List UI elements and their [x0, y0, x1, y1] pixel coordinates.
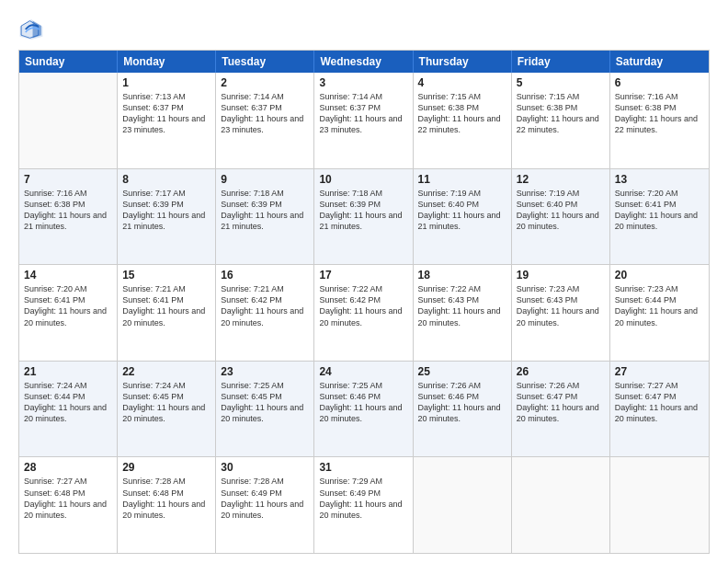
header-day-wednesday: Wednesday	[314, 51, 413, 73]
calendar-cell: 20Sunrise: 7:23 AM Sunset: 6:44 PM Dayli…	[610, 265, 709, 361]
calendar-cell	[414, 457, 512, 553]
cell-info: Sunrise: 7:19 AM Sunset: 6:40 PM Dayligh…	[418, 188, 506, 233]
header-day-thursday: Thursday	[414, 51, 512, 73]
calendar-cell: 27Sunrise: 7:27 AM Sunset: 6:47 PM Dayli…	[610, 362, 709, 457]
day-number: 12	[517, 173, 605, 186]
cell-info: Sunrise: 7:24 AM Sunset: 6:44 PM Dayligh…	[24, 380, 112, 425]
day-number: 26	[517, 365, 605, 378]
header-day-saturday: Saturday	[610, 51, 709, 73]
day-number: 10	[319, 173, 407, 186]
calendar-cell: 16Sunrise: 7:21 AM Sunset: 6:42 PM Dayli…	[216, 265, 314, 361]
header-day-friday: Friday	[512, 51, 610, 73]
cell-info: Sunrise: 7:26 AM Sunset: 6:47 PM Dayligh…	[517, 380, 605, 425]
calendar-cell: 4Sunrise: 7:15 AM Sunset: 6:38 PM Daylig…	[414, 73, 512, 168]
calendar-cell: 7Sunrise: 7:16 AM Sunset: 6:38 PM Daylig…	[19, 169, 118, 265]
calendar-cell: 18Sunrise: 7:22 AM Sunset: 6:43 PM Dayli…	[414, 265, 512, 361]
cell-info: Sunrise: 7:20 AM Sunset: 6:41 PM Dayligh…	[615, 188, 704, 233]
calendar-cell: 25Sunrise: 7:26 AM Sunset: 6:46 PM Dayli…	[414, 362, 512, 457]
calendar: SundayMondayTuesdayWednesdayThursdayFrid…	[18, 50, 710, 554]
day-number: 1	[122, 76, 210, 89]
calendar-cell: 10Sunrise: 7:18 AM Sunset: 6:39 PM Dayli…	[314, 169, 413, 265]
day-number: 13	[615, 173, 704, 186]
day-number: 23	[221, 365, 309, 378]
calendar-cell: 19Sunrise: 7:23 AM Sunset: 6:43 PM Dayli…	[512, 265, 610, 361]
day-number: 21	[24, 365, 112, 378]
calendar-cell: 9Sunrise: 7:18 AM Sunset: 6:39 PM Daylig…	[216, 169, 314, 265]
calendar-header: SundayMondayTuesdayWednesdayThursdayFrid…	[19, 51, 709, 73]
calendar-cell: 12Sunrise: 7:19 AM Sunset: 6:40 PM Dayli…	[512, 169, 610, 265]
day-number: 16	[221, 269, 309, 282]
day-number: 6	[615, 76, 704, 89]
cell-info: Sunrise: 7:23 AM Sunset: 6:44 PM Dayligh…	[615, 283, 704, 328]
header	[18, 17, 710, 42]
calendar-row-3: 14Sunrise: 7:20 AM Sunset: 6:41 PM Dayli…	[19, 264, 709, 361]
calendar-row-5: 28Sunrise: 7:27 AM Sunset: 6:48 PM Dayli…	[19, 456, 709, 553]
cell-info: Sunrise: 7:27 AM Sunset: 6:48 PM Dayligh…	[24, 476, 112, 521]
cell-info: Sunrise: 7:21 AM Sunset: 6:42 PM Dayligh…	[221, 283, 309, 328]
calendar-cell: 11Sunrise: 7:19 AM Sunset: 6:40 PM Dayli…	[414, 169, 512, 265]
calendar-cell	[19, 73, 118, 168]
calendar-body: 1Sunrise: 7:13 AM Sunset: 6:37 PM Daylig…	[19, 73, 709, 553]
page: SundayMondayTuesdayWednesdayThursdayFrid…	[0, 0, 728, 563]
cell-info: Sunrise: 7:21 AM Sunset: 6:41 PM Dayligh…	[122, 283, 210, 328]
day-number: 15	[122, 269, 210, 282]
calendar-cell	[512, 457, 610, 553]
cell-info: Sunrise: 7:16 AM Sunset: 6:38 PM Dayligh…	[24, 188, 112, 233]
cell-info: Sunrise: 7:29 AM Sunset: 6:49 PM Dayligh…	[319, 476, 407, 521]
cell-info: Sunrise: 7:14 AM Sunset: 6:37 PM Dayligh…	[319, 91, 407, 136]
cell-info: Sunrise: 7:22 AM Sunset: 6:43 PM Dayligh…	[418, 283, 506, 328]
cell-info: Sunrise: 7:25 AM Sunset: 6:46 PM Dayligh…	[319, 380, 407, 425]
calendar-cell: 21Sunrise: 7:24 AM Sunset: 6:44 PM Dayli…	[19, 362, 118, 457]
cell-info: Sunrise: 7:16 AM Sunset: 6:38 PM Dayligh…	[615, 91, 704, 136]
calendar-cell: 22Sunrise: 7:24 AM Sunset: 6:45 PM Dayli…	[118, 362, 216, 457]
cell-info: Sunrise: 7:15 AM Sunset: 6:38 PM Dayligh…	[517, 91, 605, 136]
logo	[18, 17, 48, 42]
cell-info: Sunrise: 7:25 AM Sunset: 6:45 PM Dayligh…	[221, 380, 309, 425]
cell-info: Sunrise: 7:19 AM Sunset: 6:40 PM Dayligh…	[517, 188, 605, 233]
logo-icon	[18, 17, 44, 42]
day-number: 18	[418, 269, 506, 282]
calendar-cell: 8Sunrise: 7:17 AM Sunset: 6:39 PM Daylig…	[118, 169, 216, 265]
calendar-cell	[610, 457, 709, 553]
cell-info: Sunrise: 7:15 AM Sunset: 6:38 PM Dayligh…	[418, 91, 506, 136]
day-number: 11	[418, 173, 506, 186]
cell-info: Sunrise: 7:20 AM Sunset: 6:41 PM Dayligh…	[24, 283, 112, 328]
calendar-cell: 28Sunrise: 7:27 AM Sunset: 6:48 PM Dayli…	[19, 457, 118, 553]
header-day-tuesday: Tuesday	[216, 51, 314, 73]
day-number: 17	[319, 269, 407, 282]
day-number: 20	[615, 269, 704, 282]
header-day-monday: Monday	[118, 51, 216, 73]
cell-info: Sunrise: 7:26 AM Sunset: 6:46 PM Dayligh…	[418, 380, 506, 425]
day-number: 30	[221, 461, 309, 474]
day-number: 2	[221, 76, 309, 89]
cell-info: Sunrise: 7:13 AM Sunset: 6:37 PM Dayligh…	[122, 91, 210, 136]
calendar-cell: 30Sunrise: 7:28 AM Sunset: 6:49 PM Dayli…	[216, 457, 314, 553]
day-number: 19	[517, 269, 605, 282]
day-number: 4	[418, 76, 506, 89]
day-number: 31	[319, 461, 407, 474]
day-number: 8	[122, 173, 210, 186]
day-number: 7	[24, 173, 112, 186]
cell-info: Sunrise: 7:22 AM Sunset: 6:42 PM Dayligh…	[319, 283, 407, 328]
cell-info: Sunrise: 7:27 AM Sunset: 6:47 PM Dayligh…	[615, 380, 704, 425]
calendar-row-4: 21Sunrise: 7:24 AM Sunset: 6:44 PM Dayli…	[19, 361, 709, 457]
calendar-cell: 17Sunrise: 7:22 AM Sunset: 6:42 PM Dayli…	[314, 265, 413, 361]
calendar-cell: 1Sunrise: 7:13 AM Sunset: 6:37 PM Daylig…	[118, 73, 216, 168]
header-day-sunday: Sunday	[19, 51, 118, 73]
calendar-cell: 13Sunrise: 7:20 AM Sunset: 6:41 PM Dayli…	[610, 169, 709, 265]
day-number: 14	[24, 269, 112, 282]
calendar-cell: 23Sunrise: 7:25 AM Sunset: 6:45 PM Dayli…	[216, 362, 314, 457]
cell-info: Sunrise: 7:28 AM Sunset: 6:48 PM Dayligh…	[122, 476, 210, 521]
calendar-cell: 29Sunrise: 7:28 AM Sunset: 6:48 PM Dayli…	[118, 457, 216, 553]
calendar-cell: 15Sunrise: 7:21 AM Sunset: 6:41 PM Dayli…	[118, 265, 216, 361]
day-number: 5	[517, 76, 605, 89]
calendar-cell: 26Sunrise: 7:26 AM Sunset: 6:47 PM Dayli…	[512, 362, 610, 457]
cell-info: Sunrise: 7:17 AM Sunset: 6:39 PM Dayligh…	[122, 188, 210, 233]
calendar-cell: 6Sunrise: 7:16 AM Sunset: 6:38 PM Daylig…	[610, 73, 709, 168]
calendar-cell: 14Sunrise: 7:20 AM Sunset: 6:41 PM Dayli…	[19, 265, 118, 361]
day-number: 28	[24, 461, 112, 474]
calendar-cell: 3Sunrise: 7:14 AM Sunset: 6:37 PM Daylig…	[314, 73, 413, 168]
calendar-cell: 31Sunrise: 7:29 AM Sunset: 6:49 PM Dayli…	[314, 457, 413, 553]
cell-info: Sunrise: 7:14 AM Sunset: 6:37 PM Dayligh…	[221, 91, 309, 136]
day-number: 9	[221, 173, 309, 186]
